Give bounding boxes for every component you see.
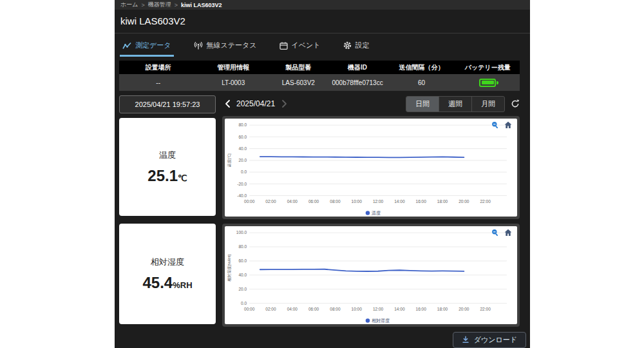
svg-text:10:00: 10:00 [352, 307, 363, 311]
svg-text:22:00: 22:00 [480, 307, 491, 311]
calendar-icon [279, 42, 288, 50]
header-management-info: 管理用情報 [197, 61, 269, 74]
svg-text:相対湿度: 相対湿度 [372, 318, 390, 324]
cell-management-info: LT-0003 [197, 74, 269, 91]
svg-text:04:00: 04:00 [287, 199, 298, 204]
zoom-reset-icon[interactable] [491, 229, 499, 237]
header-location: 設置場所 [119, 61, 197, 74]
header-interval: 送信間隔（分） [388, 61, 456, 74]
tab-bar: 測定データ 無線ステータス イベント 設定 [115, 34, 530, 57]
svg-text:温度[℃]: 温度[℃] [227, 153, 232, 167]
range-toggle-group: 日間 週間 月間 [406, 96, 505, 112]
previous-day-chevron-icon[interactable] [222, 97, 232, 110]
svg-text:40.0: 40.0 [238, 273, 247, 277]
device-info-table: 設置場所 管理用情報 製品型番 機器ID 送信間隔（分） バッテリー残量 -- … [119, 61, 520, 91]
device-detail-page: ホーム > 機器管理 > kiwi LAS603V2 kiwi LAS603V2… [115, 0, 530, 348]
temperature-value: 25.1℃ [147, 167, 187, 185]
tab-label: 無線ステータス [207, 41, 257, 50]
refresh-icon[interactable] [511, 99, 520, 108]
svg-text:相対湿度[%RH]: 相対湿度[%RH] [227, 255, 232, 282]
battery-full-icon [479, 79, 496, 87]
svg-text:16:00: 16:00 [416, 307, 427, 311]
svg-text:80.0: 80.0 [238, 122, 247, 127]
breadcrumb-separator: > [141, 2, 144, 8]
temperature-chart-panel: -40.0-20.00.020.040.060.080.000:0002:000… [222, 116, 520, 219]
cell-location: -- [119, 74, 197, 91]
svg-text:40.0: 40.0 [238, 146, 247, 151]
tab-settings[interactable]: 設定 [341, 41, 372, 57]
svg-text:0.0: 0.0 [241, 169, 247, 174]
breadcrumb: ホーム > 機器管理 > kiwi LAS603V2 [115, 0, 530, 10]
svg-text:02:00: 02:00 [265, 199, 276, 204]
svg-text:00:00: 00:00 [244, 199, 255, 204]
svg-text:12:00: 12:00 [373, 307, 384, 311]
zoom-reset-icon[interactable] [491, 121, 499, 129]
svg-text:100.0: 100.0 [236, 230, 247, 235]
svg-text:14:00: 14:00 [394, 199, 405, 204]
breadcrumb-device-management[interactable]: 機器管理 [148, 1, 171, 9]
table-row: -- LT-0003 LAS-603V2 000b78fffe0713cc 60 [119, 74, 520, 91]
header-device-id: 機器ID [327, 61, 387, 74]
tab-label: 設定 [355, 41, 370, 50]
page-title: kiwi LAS603V2 [115, 10, 530, 34]
charts-panel: 2025/04/21 日間 週間 月間 -40.0-20.00.020.040.… [222, 95, 520, 327]
svg-text:16:00: 16:00 [416, 199, 427, 204]
svg-text:60.0: 60.0 [238, 258, 247, 263]
breadcrumb-home[interactable]: ホーム [120, 1, 138, 9]
chart-toolbar [491, 229, 512, 237]
humidity-value: 45.4%RH [142, 274, 192, 292]
svg-text:18:00: 18:00 [437, 199, 448, 204]
line-chart-icon [122, 42, 131, 50]
svg-text:06:00: 06:00 [308, 307, 319, 311]
svg-text:18:00: 18:00 [437, 307, 448, 311]
tab-label: イベント [292, 41, 321, 50]
last-measured-timestamp: 2025/04/21 19:57:23 [119, 95, 216, 113]
range-daily-button[interactable]: 日間 [406, 97, 439, 111]
current-readings-panel: 2025/04/21 19:57:23 温度 25.1℃ 相対湿度 45.4%R… [119, 95, 216, 327]
selected-date: 2025/04/21 [236, 99, 275, 108]
svg-text:20:00: 20:00 [459, 307, 469, 311]
footer: ダウンロード [115, 327, 530, 348]
download-icon [462, 336, 469, 345]
tab-wireless-status[interactable]: 無線ステータス [191, 41, 260, 57]
download-label: ダウンロード [474, 335, 517, 345]
chart-toolbar [491, 121, 512, 129]
download-button[interactable]: ダウンロード [453, 332, 526, 348]
range-monthly-button[interactable]: 月間 [471, 97, 504, 111]
svg-text:-40.0: -40.0 [237, 193, 247, 198]
svg-text:06:00: 06:00 [308, 199, 319, 204]
tab-events[interactable]: イベント [277, 41, 323, 57]
svg-text:20:00: 20:00 [459, 199, 469, 204]
tab-measurement-data[interactable]: 測定データ [120, 41, 174, 57]
svg-text:02:00: 02:00 [265, 307, 276, 311]
antenna-icon [194, 42, 203, 50]
main-content: 2025/04/21 19:57:23 温度 25.1℃ 相対湿度 45.4%R… [115, 91, 530, 327]
home-icon[interactable] [504, 121, 512, 129]
home-icon[interactable] [504, 229, 512, 237]
tab-label: 測定データ [135, 41, 171, 50]
range-weekly-button[interactable]: 週間 [439, 97, 471, 111]
table-header-row: 設置場所 管理用情報 製品型番 機器ID 送信間隔（分） バッテリー残量 [119, 61, 520, 74]
breadcrumb-current: kiwi LAS603V2 [181, 2, 222, 8]
date-navigation: 2025/04/21 日間 週間 月間 [222, 95, 520, 112]
breadcrumb-separator: > [175, 2, 178, 8]
cell-battery [455, 74, 520, 91]
cell-model: LAS-603V2 [269, 74, 327, 91]
cell-device-id: 000b78fffe0713cc [327, 74, 387, 91]
svg-text:08:00: 08:00 [330, 199, 341, 204]
svg-text:20.0: 20.0 [238, 158, 247, 162]
svg-text:温度: 温度 [372, 210, 381, 216]
svg-text:12:00: 12:00 [373, 199, 384, 204]
svg-text:00:00: 00:00 [244, 307, 255, 311]
gear-icon [343, 41, 352, 50]
temperature-card: 温度 25.1℃ [119, 118, 216, 216]
temperature-chart: -40.0-20.00.020.040.060.080.000:0002:000… [225, 119, 517, 217]
svg-text:20.0: 20.0 [238, 287, 247, 291]
next-day-chevron-icon[interactable] [279, 97, 289, 110]
svg-text:08:00: 08:00 [330, 307, 341, 311]
humidity-chart-panel: 0.020.040.060.080.0100.000:0002:0004:000… [222, 224, 520, 327]
svg-text:22:00: 22:00 [480, 199, 491, 204]
humidity-card: 相対湿度 45.4%RH [119, 224, 216, 324]
svg-text:0.0: 0.0 [241, 301, 247, 305]
svg-text:14:00: 14:00 [394, 307, 405, 311]
